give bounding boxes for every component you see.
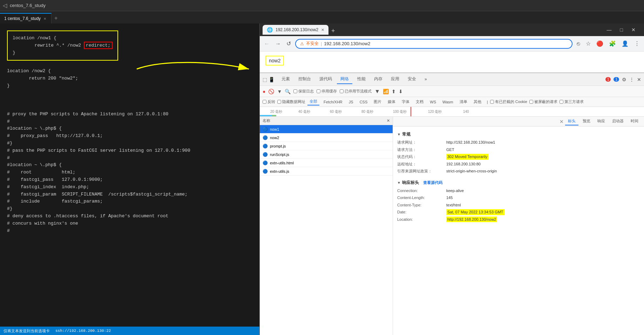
response-headers-section-header: ▼ 响应标头 查看源代码	[397, 178, 640, 187]
third-party-label[interactable]: 第三方请求	[560, 99, 584, 104]
blocked-requests-checkbox[interactable]	[529, 100, 533, 104]
detail-panel: ✕ 标头 预览 响应 启动器 时间 ▼	[393, 117, 644, 335]
request-name: prompt.js	[270, 144, 390, 148]
filter-css-button[interactable]: CSS	[358, 99, 370, 105]
throttle-dropdown-icon[interactable]: ▼	[374, 88, 380, 95]
tab-elements[interactable]: 元素	[278, 75, 293, 84]
extension-icon[interactable]: 🧩	[608, 39, 617, 48]
redirect-highlight: redirect;	[84, 42, 113, 49]
blocked-cookies-label[interactable]: 有已拦截的 Cookie	[490, 99, 527, 104]
crx-icon[interactable]: 🔴	[595, 39, 605, 48]
request-file-icon: 🔵	[263, 169, 268, 174]
window-restore-button[interactable]: □	[617, 26, 626, 34]
browser-tab-active[interactable]: 🌐 192.168.200.130/now2 ✕	[263, 25, 328, 35]
blocked-cookies-checkbox[interactable]	[490, 100, 494, 104]
bookmark-icon[interactable]: ☆	[584, 39, 592, 48]
tab-memory[interactable]: 内存	[371, 75, 386, 84]
tab-performance[interactable]: 性能	[354, 75, 369, 84]
refresh-button[interactable]: ↺	[285, 39, 292, 48]
menu-icon[interactable]: ⋮	[633, 39, 641, 48]
detail-tab-response[interactable]: 响应	[595, 117, 608, 125]
reverse-checkbox[interactable]	[263, 100, 266, 104]
devtools-inspect-icon[interactable]: ⬚	[263, 77, 267, 82]
code-line-1: location /now1 {	[13, 35, 113, 42]
close-icon[interactable]: ✕	[43, 16, 47, 21]
request-item-extnjs[interactable]: 🔵 extn-utils.js	[260, 167, 393, 176]
filter-wasm-button[interactable]: Wasm	[440, 99, 455, 105]
preserve-log-label[interactable]: 保留日志	[293, 89, 314, 94]
referrer-value: strict-origin-when-cross-origin	[446, 168, 497, 174]
tab-more[interactable]: »	[421, 75, 431, 84]
blocked-requests-label[interactable]: 被屏蔽的请求	[529, 99, 557, 104]
request-file-icon: 🔵	[263, 135, 268, 140]
clear-button[interactable]: 🚫	[268, 89, 274, 94]
detail-tab-preview[interactable]: 预览	[580, 117, 593, 125]
export-icon[interactable]: ⬇	[399, 89, 403, 94]
import-icon[interactable]: ⬆	[392, 89, 396, 94]
request-item-runscriptjs[interactable]: 🔵 runScript.js	[260, 150, 393, 159]
tab-network[interactable]: 网络	[337, 75, 352, 84]
devtools-settings-icon[interactable]: ⚙	[622, 77, 626, 82]
filter-media-button[interactable]: 媒体	[386, 98, 398, 105]
back-button[interactable]: ←	[263, 39, 271, 48]
tab-console[interactable]: 控制台	[295, 75, 314, 84]
browser-new-tab-button[interactable]: +	[328, 27, 338, 35]
third-party-checkbox[interactable]	[560, 100, 563, 104]
account-icon[interactable]: 👤	[620, 39, 630, 48]
code-comments: # proxy the PHP scripts to Apache listen…	[7, 111, 252, 235]
filter-ws-button[interactable]: WS	[428, 99, 438, 105]
throttle-label[interactable]: 已停用节流模式	[340, 89, 372, 94]
connection-row: Connection: keep-alive	[397, 187, 640, 194]
method-key: 请求方法：	[397, 147, 446, 153]
detail-tab-headers[interactable]: 标头	[565, 117, 578, 125]
request-item-now1[interactable]: 🔵 now1	[260, 125, 393, 134]
browser-chrome: 🌐 192.168.200.130/now2 ✕ + — □ ✕ ←	[260, 23, 644, 52]
browser-tab-close-icon[interactable]: ✕	[321, 28, 324, 32]
filter-all-button[interactable]: 全部	[307, 98, 319, 105]
filter-manifest-button[interactable]: 清单	[457, 98, 469, 105]
close-request-panel-icon[interactable]: ✕	[387, 118, 390, 123]
disable-cache-label[interactable]: 停用缓存	[317, 89, 337, 94]
view-source-link[interactable]: 查看源代码	[423, 180, 442, 185]
filter-img-button[interactable]: 图片	[372, 98, 384, 105]
record-button[interactable]: ●	[263, 89, 265, 94]
filter-other-button[interactable]: 其他	[472, 98, 483, 105]
reverse-label[interactable]: 反转	[263, 99, 275, 104]
request-item-extnhtml[interactable]: 🔵 extn-utils.html	[260, 159, 393, 167]
filter-font-button[interactable]: 字体	[400, 98, 412, 105]
disable-cache-checkbox[interactable]	[317, 89, 320, 93]
filter-icon[interactable]: ▼	[277, 89, 282, 94]
code-block-highlighted: location /now1 { rewrite ^.* /now2 redir…	[7, 30, 118, 61]
browser-page: now2	[260, 52, 644, 73]
request-item-now2[interactable]: 🔵 now2	[260, 134, 393, 142]
request-item-promptjs[interactable]: 🔵 prompt.js	[260, 142, 393, 150]
tab-sources[interactable]: 源代码	[316, 75, 335, 84]
throttle-checkbox[interactable]	[340, 89, 344, 93]
new-tab-button[interactable]: +	[52, 13, 60, 23]
address-bar[interactable]: ⚠ 不安全 | 192.168.200.130/now2	[295, 39, 572, 49]
detail-tab-timing[interactable]: 时间	[628, 117, 641, 125]
hide-data-urls-checkbox[interactable]	[277, 100, 281, 104]
devtools-device-icon[interactable]: 📱	[269, 77, 274, 82]
devtools-more-icon[interactable]: ⋮	[629, 77, 634, 82]
preserve-log-checkbox[interactable]	[293, 89, 297, 93]
filter-js-button[interactable]: JS	[347, 99, 355, 105]
filter-xhr-button[interactable]: Fetch/XHR	[321, 99, 345, 105]
detail-tab-initiator[interactable]: 启动器	[609, 117, 626, 125]
tab-security[interactable]: 安全	[404, 75, 420, 84]
tab-bar: 1 centos_7.6_study ✕ +	[0, 11, 644, 23]
detail-close-icon[interactable]: ✕	[560, 119, 564, 124]
devtools-close-icon[interactable]: ✕	[637, 77, 641, 82]
hide-data-urls-label[interactable]: 隐藏数据网址	[277, 99, 305, 104]
tab-label: 1 centos_7.6_study	[4, 16, 41, 21]
browser-content: now2 ⬚ 📱 元素 控制台 源代码 网络 性能 内存 应用	[260, 52, 644, 335]
request-url-value: http://192.168.200.130/now1	[446, 139, 495, 145]
forward-button[interactable]: →	[274, 39, 282, 48]
filter-doc-button[interactable]: 文档	[414, 98, 426, 105]
tab-centos[interactable]: 1 centos_7.6_study ✕	[0, 13, 52, 23]
search-icon[interactable]: 🔍	[285, 89, 291, 94]
tab-application[interactable]: 应用	[387, 75, 403, 84]
window-minimize-button[interactable]: —	[604, 26, 615, 34]
share-icon[interactable]: ⎋	[575, 39, 582, 48]
window-close-button[interactable]: ✕	[629, 26, 638, 34]
